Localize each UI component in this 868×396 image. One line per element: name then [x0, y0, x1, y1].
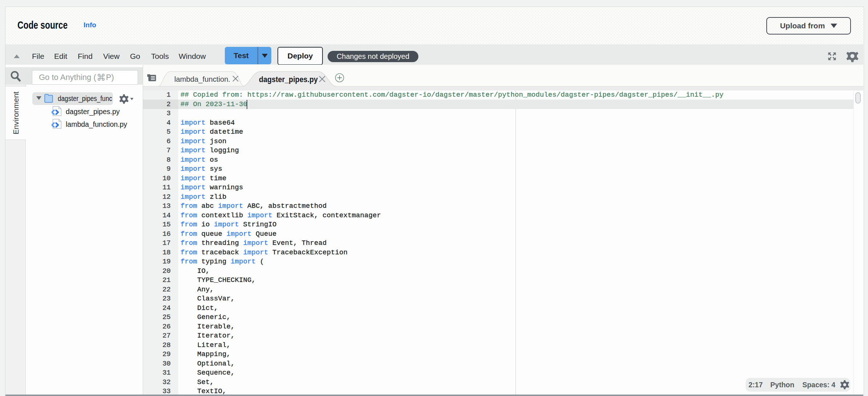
svg-text:lambda_function.: lambda_function.	[174, 75, 230, 84]
svg-text:dagster_pipes.py: dagster_pipes.py	[259, 75, 318, 84]
